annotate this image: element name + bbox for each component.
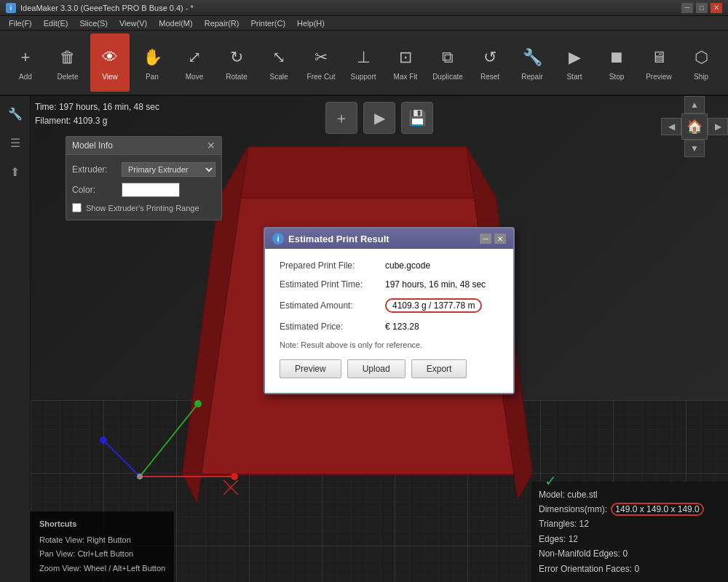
color-swatch[interactable] bbox=[122, 183, 180, 197]
bottom-right-info: ✓ Model: cube.stl Dimensions(mm): 149.0 … bbox=[531, 482, 728, 582]
top-info: Time: 197 hours, 16 min, 48 sec Filament… bbox=[35, 100, 159, 128]
non-manifold-info: Non-Manifold Edges: 0 bbox=[539, 546, 721, 561]
triangles-info: Triangles: 12 bbox=[539, 517, 721, 531]
svg-line-11 bbox=[140, 404, 198, 477]
minimize-button[interactable]: ─ bbox=[681, 3, 693, 13]
title-bar: i IdeaMaker 3.3.0 (GeeeTech PRO B Buse 0… bbox=[0, 0, 728, 16]
show-range-checkbox[interactable] bbox=[72, 203, 82, 212]
left-sidebar: 🔧☰⬆ bbox=[0, 96, 31, 582]
tool-preview[interactable]: 🖥 Preview bbox=[639, 33, 678, 92]
dialog-controls: ─ ✕ bbox=[480, 234, 506, 244]
sidebar-icon-2[interactable]: ⬆ bbox=[4, 160, 27, 183]
tool-stop[interactable]: ⏹ Stop bbox=[597, 33, 636, 92]
shortcuts-title: Shortcuts bbox=[39, 517, 165, 532]
center-overlay: ＋ ▶ 💾 bbox=[325, 102, 433, 134]
max-fit-label: Max Fit bbox=[394, 73, 418, 81]
menu-item-modelm[interactable]: Model(M) bbox=[153, 17, 198, 29]
svg-point-12 bbox=[194, 400, 202, 407]
menu-item-viewv[interactable]: View(V) bbox=[114, 17, 153, 29]
dimensions-row: Dimensions(mm): 149.0 x 149.0 x 149.0 bbox=[539, 502, 721, 517]
sidebar-icon-0[interactable]: 🔧 bbox=[4, 102, 27, 125]
model-info-close-btn[interactable]: ✕ bbox=[207, 140, 215, 151]
start-icon: ▶ bbox=[561, 44, 587, 71]
dialog-row-price: Estimated Price: € 123.28 bbox=[280, 322, 499, 332]
start-label: Start bbox=[566, 73, 582, 81]
tool-rotate[interactable]: ↻ Rotate bbox=[217, 33, 256, 92]
pan-icon: ✋ bbox=[139, 44, 165, 71]
nav-overlay: ▲ ◀ 🏠 ▶ ▼ bbox=[661, 96, 728, 157]
preview-icon: 🖥 bbox=[646, 44, 672, 71]
preview-label: Preview bbox=[646, 73, 672, 81]
delete-icon: 🗑 bbox=[55, 44, 81, 71]
dialog-close-btn2[interactable]: ✕ bbox=[494, 234, 506, 244]
tool-ship[interactable]: ⬡ Ship bbox=[681, 33, 721, 92]
model-info-body: Extruder: Primary Extruder Color: Show E… bbox=[66, 155, 221, 220]
menu-bar: File(F)Edit(E)Slice(S)View(V)Model(M)Rep… bbox=[0, 16, 728, 31]
menu-item-edite[interactable]: Edit(E) bbox=[38, 17, 74, 29]
sidebar-icon-1[interactable]: ☰ bbox=[4, 131, 27, 154]
scale-icon: ⤡ bbox=[266, 44, 292, 71]
viewport[interactable]: Time: 197 hours, 16 min, 48 sec Filament… bbox=[31, 96, 728, 582]
tool-connect[interactable]: ⛓ Connect bbox=[724, 33, 728, 92]
menu-item-repairr[interactable]: Repair(R) bbox=[199, 17, 245, 29]
dialog-row-time: Estimated Print Time: 197 hours, 16 min,… bbox=[280, 279, 499, 290]
tool-start[interactable]: ▶ Start bbox=[555, 33, 594, 92]
max-fit-icon: ⊡ bbox=[392, 44, 419, 71]
menu-item-helph[interactable]: Help(H) bbox=[291, 17, 331, 29]
tool-reset[interactable]: ↺ Reset bbox=[470, 33, 510, 92]
dialog-title: i Estimated Print Result bbox=[272, 233, 389, 244]
tool-add[interactable]: + Add bbox=[6, 33, 45, 92]
window-title: IdeaMaker 3.3.0 (GeeeTech PRO B Buse 0.4… bbox=[20, 4, 194, 12]
tool-delete[interactable]: 🗑 Delete bbox=[48, 33, 87, 92]
nav-left-btn[interactable]: ◀ bbox=[661, 118, 681, 135]
tool-duplicate[interactable]: ⧉ Duplicate bbox=[428, 33, 467, 92]
tool-max-fit[interactable]: ⊡ Max Fit bbox=[386, 33, 425, 92]
nav-up-btn[interactable]: ▲ bbox=[684, 96, 705, 113]
menu-item-filef[interactable]: File(F) bbox=[3, 17, 38, 29]
save-overlay-btn[interactable]: 💾 bbox=[401, 102, 433, 134]
shortcut-item: Pan View: Ctrl+Left Button bbox=[39, 547, 165, 562]
export-button[interactable]: Export bbox=[411, 359, 467, 378]
add-icon: + bbox=[12, 44, 39, 71]
edges-info: Edges: 12 bbox=[539, 532, 721, 546]
menu-item-printerc[interactable]: Printer(C) bbox=[245, 17, 291, 29]
stop-icon: ⏹ bbox=[604, 44, 630, 71]
svg-marker-4 bbox=[219, 147, 496, 198]
menu-item-slices[interactable]: Slice(S) bbox=[74, 17, 114, 29]
svg-point-8 bbox=[231, 473, 238, 480]
stop-label: Stop bbox=[609, 73, 625, 81]
dialog-body: Prepared Print File: cube.gcode Estimate… bbox=[265, 249, 513, 393]
tool-pan[interactable]: ✋ Pan bbox=[132, 33, 172, 92]
nav-home-btn[interactable]: 🏠 bbox=[681, 113, 708, 140]
dialog-header: i Estimated Print Result ─ ✕ bbox=[265, 228, 513, 249]
close-button[interactable]: ✕ bbox=[711, 3, 722, 13]
tool-scale[interactable]: ⤡ Scale bbox=[259, 33, 298, 92]
preview-button[interactable]: Preview bbox=[280, 359, 341, 378]
upload-button[interactable]: Upload bbox=[347, 359, 405, 378]
extruder-label: Extruder: bbox=[72, 164, 116, 175]
tool-free-cut[interactable]: ✂ Free Cut bbox=[301, 33, 341, 92]
tool-view[interactable]: 👁 View bbox=[90, 33, 130, 92]
add-overlay-btn[interactable]: ＋ bbox=[325, 102, 357, 134]
play-overlay-btn[interactable]: ▶ bbox=[363, 102, 395, 134]
nav-down-btn[interactable]: ▼ bbox=[684, 140, 705, 157]
extruder-select[interactable]: Primary Extruder bbox=[122, 162, 215, 177]
support-icon: ⊥ bbox=[350, 44, 376, 71]
dialog-note: Note: Result above is only for reference… bbox=[280, 340, 499, 349]
shortcut-item: Rotate View: Right Button bbox=[39, 533, 165, 548]
duplicate-icon: ⧉ bbox=[435, 44, 461, 71]
maximize-button[interactable]: □ bbox=[696, 3, 708, 13]
nav-right-btn[interactable]: ▶ bbox=[708, 118, 728, 135]
tool-repair[interactable]: 🔧 Repair bbox=[513, 33, 552, 92]
svg-line-9 bbox=[103, 440, 140, 477]
print-result-dialog: i Estimated Print Result ─ ✕ Prepared Pr… bbox=[264, 227, 515, 394]
ship-label: Ship bbox=[694, 73, 708, 81]
tool-move[interactable]: ⤢ Move bbox=[175, 33, 214, 92]
repair-label: Repair bbox=[521, 73, 542, 81]
dimensions-value: 149.0 x 149.0 x 149.0 bbox=[611, 503, 703, 516]
repair-icon: 🔧 bbox=[519, 44, 545, 71]
svg-point-13 bbox=[137, 474, 143, 479]
rotate-label: Rotate bbox=[226, 73, 247, 81]
tool-support[interactable]: ⊥ Support bbox=[344, 33, 383, 92]
dialog-minimize-btn[interactable]: ─ bbox=[480, 234, 491, 244]
